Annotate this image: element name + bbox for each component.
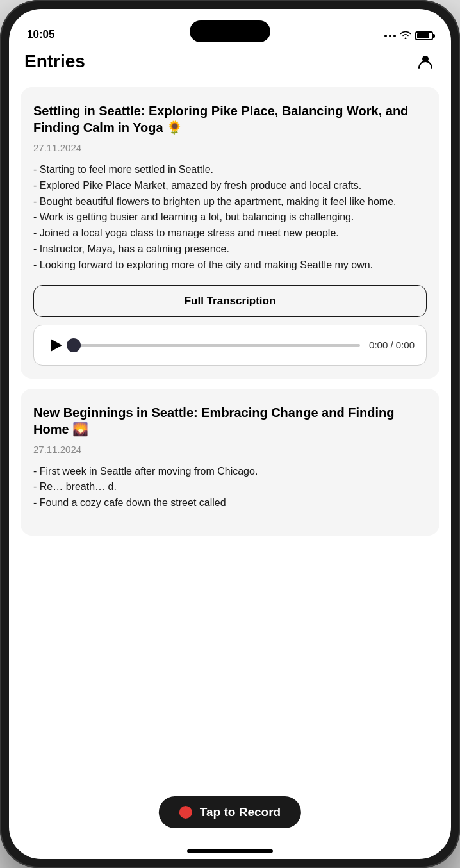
tap-to-record-button[interactable]: Tap to Record (159, 796, 301, 828)
entry-card: Settling in Seattle: Exploring Pike Plac… (21, 87, 439, 379)
play-button[interactable] (45, 336, 65, 355)
battery-icon (415, 31, 433, 40)
transcription-button[interactable]: Full Transcription (33, 285, 427, 317)
entry-date: 27.11.2024 (33, 142, 427, 153)
nav-header: Entries (9, 46, 451, 82)
scrubber-container (74, 344, 360, 347)
entry-body: - First week in Seattle after moving fro… (33, 464, 427, 511)
scrubber-thumb[interactable] (67, 338, 81, 352)
entry-title: Settling in Seattle: Exploring Pike Plac… (33, 102, 427, 136)
audio-time: 0:00 / 0:00 (369, 340, 415, 350)
profile-button[interactable] (415, 51, 436, 72)
home-indicator (187, 849, 273, 853)
signal-icon (384, 35, 396, 37)
audio-player: 0:00 / 0:00 (33, 325, 427, 366)
entry-body: - Starting to feel more settled in Seatt… (33, 162, 427, 274)
status-time: 10:05 (27, 28, 54, 41)
record-dot-icon (179, 806, 192, 819)
scrubber-track[interactable] (74, 344, 360, 347)
phone-screen: 10:05 Entries (9, 9, 451, 859)
entry-date: 27.11.2024 (33, 444, 427, 455)
page-title: Entries (24, 51, 85, 72)
phone-frame: 10:05 Entries (0, 0, 460, 868)
entry-card: New Beginnings in Seattle: Embracing Cha… (21, 389, 439, 536)
status-icons (384, 30, 433, 41)
dynamic-island (190, 20, 270, 42)
entry-title: New Beginnings in Seattle: Embracing Cha… (33, 404, 427, 438)
record-label: Tap to Record (200, 805, 281, 819)
play-icon (51, 339, 62, 352)
wifi-icon (400, 30, 411, 41)
entries-list: Settling in Seattle: Exploring Pike Plac… (9, 82, 451, 859)
